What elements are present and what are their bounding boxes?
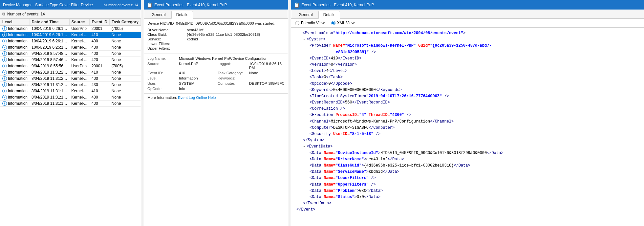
xml-line-drivername: <Data Name="DriverName">oem43.inf</Data>	[296, 156, 638, 163]
table-row[interactable]: iInformation8/04/2019 11:31:25 AMKernel-…	[0, 82, 141, 88]
table-row[interactable]: iInformation10/04/2019 6:26:16 PMKernel-…	[0, 38, 141, 44]
cell-level: iInformation	[0, 57, 30, 63]
friendly-view-option[interactable]: Friendly View	[295, 21, 325, 25]
table-row[interactable]: iInformation8/04/2019 11:31:26 AMKernel-…	[0, 69, 141, 76]
dm-toolbar: ⧉ Number of events: 14	[0, 10, 141, 19]
tab-details-right[interactable]: Details	[318, 11, 340, 19]
cell-level: iInformation	[0, 32, 30, 38]
cell-source: Kernel-...	[69, 69, 89, 76]
table-row[interactable]: iInformation8/04/2019 11:31:15 AMKernel-…	[0, 101, 141, 107]
cell-level: iInformation	[0, 88, 30, 94]
cell-datetime: 8/04/2019 11:31:17 AM	[30, 88, 69, 94]
event-log-online-help-link[interactable]: Event Log Online Help	[178, 96, 216, 100]
cell-datetime: 9/04/2019 8:57:48 AM	[30, 51, 69, 57]
tab-details-mid[interactable]: Details	[171, 11, 193, 19]
tab-general-right[interactable]: General	[294, 11, 318, 18]
cell-task: None	[110, 69, 141, 76]
ep-desc-text: Device HID\VID_045E&PID_09C0&Col01\6&301…	[147, 21, 285, 25]
epr-icon: 📋	[294, 2, 299, 8]
cell-source: Kernel-...	[69, 76, 89, 82]
col-source: Source	[69, 19, 89, 26]
cell-task: None	[110, 44, 141, 51]
xml-line-classguid: <Data Name="ClassGuid">{4d36e96b-e325-11…	[296, 163, 638, 169]
cell-eventid: 400	[90, 51, 110, 57]
cell-source: Kernel-...	[69, 88, 89, 94]
table-row[interactable]: iInformation10/04/2019 6:26:16 PMKernel-…	[0, 32, 141, 38]
cell-source: Kernel-...	[69, 57, 89, 63]
table-row[interactable]: iInformation10/04/2019 6:25:19 PMKernel-…	[0, 44, 141, 51]
ep-keywords-row: Keywords:	[218, 76, 285, 80]
cell-level: iInformation	[0, 38, 30, 44]
xml-line-eventdata-close: </EventData>	[296, 200, 638, 207]
info-icon: i	[2, 64, 7, 68]
dm-toolbar-event-count: Number of events: 14	[7, 12, 45, 16]
xml-line-status: <Data Name="Status">0x0</Data>	[296, 194, 638, 200]
cell-level: iInformation	[0, 44, 30, 51]
xml-view-label: XML View	[337, 21, 354, 25]
ep-mid-body: Device HID\VID_045E&PID_09C0&Col01\6&301…	[144, 19, 288, 226]
ep-user-row: User: SYSTEM	[147, 81, 214, 85]
cell-task: None	[110, 51, 141, 57]
cell-source: Kernel-...	[69, 38, 89, 44]
xml-view-option[interactable]: XML View	[331, 21, 354, 25]
xml-line-correlation: <Correlation />	[296, 106, 638, 112]
xml-line-system-open: -<System>	[296, 36, 638, 43]
cell-source: UserPnp	[69, 63, 89, 69]
table-row[interactable]: iInformation8/04/2019 11:31:25 AMKernel-…	[0, 76, 141, 82]
cell-task: None	[110, 76, 141, 82]
cell-level: iInformation	[0, 51, 30, 57]
xml-line-computer: <Computer>DESKTOP-SIGA8FC</Computer>	[296, 125, 638, 131]
friendly-view-radio[interactable]	[295, 21, 299, 25]
info-icon: i	[2, 101, 7, 106]
cell-datetime: 9/04/2019 8:57:46 AM	[30, 57, 69, 63]
info-icon: i	[2, 89, 7, 93]
cell-task: None	[110, 94, 141, 101]
info-icon: i	[2, 45, 7, 50]
table-row[interactable]: iInformation10/04/2019 6:26:16 PMUserPnp…	[0, 26, 141, 32]
table-row[interactable]: iInformation9/04/2019 8:57:46 AMKernel-.…	[0, 57, 141, 63]
xml-line-eventid: <EventID>410</EventID>	[296, 56, 638, 62]
filter-icon: ⧉	[2, 11, 5, 17]
epr-title: Event Properties - Event 410, Kernel-PnP	[301, 3, 374, 7]
table-row[interactable]: iInformation8/04/2019 11:31:15 AMKernel-…	[0, 94, 141, 101]
info-icon: i	[2, 26, 7, 31]
ep-logname-row: Log Name: Microsoft-Windows-Kernel-PnP/D…	[147, 56, 285, 60]
cell-source: Kernel-...	[69, 44, 89, 51]
table-row[interactable]: iInformation9/04/2019 8:57:48 AMKernel-.…	[0, 51, 141, 57]
ep-info-grid: Log Name: Microsoft-Windows-Kernel-PnP/D…	[144, 54, 288, 94]
info-icon: i	[2, 33, 7, 37]
cell-eventid: 400	[90, 76, 110, 82]
cell-eventid: 20001	[90, 26, 110, 32]
info-icon: i	[2, 51, 7, 56]
cell-datetime: 10/04/2019 6:25:19 PM	[30, 44, 69, 51]
cell-task: None	[110, 57, 141, 63]
cell-level: iInformation	[0, 76, 30, 82]
epr-titlebar: 📋 Event Properties - Event 410, Kernel-P…	[291, 0, 644, 10]
ep-more-info: More Information: Event Log Online Help	[144, 94, 288, 102]
epr-tabs: General Details	[291, 10, 644, 19]
cell-datetime: 8/04/2019 11:31:25 AM	[30, 76, 69, 82]
xml-line-deviceinstanceid: <Data Name="DeviceInstanceId">HID\VID_04…	[296, 150, 638, 156]
xml-viewer[interactable]: - <Event xmlns="http://schemas.microsoft…	[291, 28, 644, 226]
col-task: Task Category	[110, 19, 141, 26]
col-level: Level	[0, 19, 30, 26]
info-icon: i	[2, 76, 7, 81]
tab-general-mid[interactable]: General	[147, 11, 171, 18]
xml-view-radio[interactable]	[331, 21, 335, 25]
field-upper-filters: Upper Filters:	[147, 46, 285, 50]
dm-title: Device Manager - Surface Type Cover Filt…	[3, 3, 93, 7]
event-props-mid-panel: 📋 Event Properties - Event 410, Kernel-P…	[144, 0, 288, 226]
cell-level: iInformation	[0, 94, 30, 101]
table-row[interactable]: iInformation9/04/2019 8:55:56 AMUserPnp2…	[0, 63, 141, 69]
cell-datetime: 8/04/2019 11:31:15 AM	[30, 101, 69, 107]
ep-taskcategory-row: Task Category: None	[218, 71, 285, 75]
xml-line-problem: <Data Name="Problem">0x0</Data>	[296, 188, 638, 194]
cell-task: None	[110, 88, 141, 94]
dm-event-count-title: Number of events: 14	[104, 3, 138, 7]
cell-source: Kernel-...	[69, 51, 89, 57]
cell-level: iInformation	[0, 26, 30, 32]
info-icon: i	[2, 82, 7, 87]
xml-line-version: <Version>0</Version>	[296, 62, 638, 68]
info-icon: i	[2, 39, 7, 43]
table-row[interactable]: iInformation8/04/2019 11:31:17 AMKernel-…	[0, 88, 141, 94]
